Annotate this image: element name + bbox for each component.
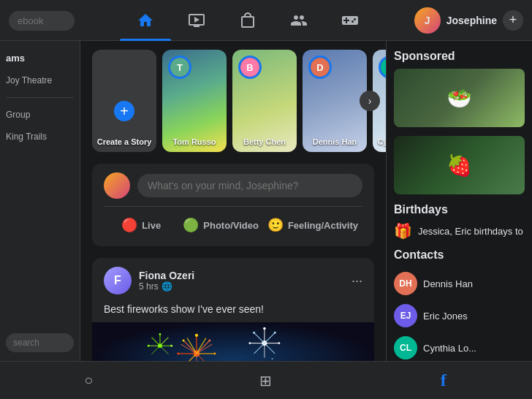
contact-item-cynthia[interactable]: CL Cynthia Lo... (394, 332, 525, 361)
birthday-text: Jessica, Eric birthdays to (418, 226, 523, 237)
contacts-title: Contacts (394, 248, 525, 262)
sidebar-title: ams (6, 50, 74, 66)
svg-point-44 (148, 345, 150, 347)
contact-name-dennis: Dennis Han (423, 278, 473, 289)
search-icon: ○ (84, 372, 93, 389)
create-story-plus-icon: + (114, 101, 134, 121)
live-icon: 🔴 (121, 217, 137, 233)
contact-item-eric[interactable]: EJ Eric Jones (394, 300, 525, 332)
svg-point-43 (170, 345, 172, 347)
post-more-button[interactable]: ··· (352, 273, 362, 289)
left-sidebar: ams Joy Theatre Group King Trails (0, 41, 80, 361)
menu-icon: ⊞ (259, 372, 272, 390)
story-card-betty[interactable]: B Betty Chen (232, 50, 297, 152)
sidebar-divider (6, 97, 74, 98)
fireworks-svg (92, 322, 374, 361)
contacts-section: Contacts DH Dennis Han EJ Eric Jones CL … (394, 248, 525, 361)
avatar[interactable]: J (414, 7, 441, 34)
birthday-gift-icon: 🎁 (394, 222, 412, 240)
bottom-tab-search[interactable]: ○ (66, 362, 110, 399)
birthday-item: 🎁 Jessica, Eric birthdays to (394, 222, 525, 240)
sidebar-item-group[interactable]: Group (6, 107, 74, 123)
story-name-cynthia: Cynthia Lopez (373, 137, 386, 146)
contact-name-cynthia: Cynthia Lo... (423, 343, 476, 354)
tab-watch[interactable] (171, 0, 222, 41)
bottom-tab-facebook[interactable]: f (422, 362, 466, 399)
tab-marketplace[interactable] (222, 0, 273, 41)
story-card-dennis[interactable]: D Dennis Han (303, 50, 367, 152)
post-image-fireworks (92, 322, 374, 361)
sidebar-item-king-trails[interactable]: King Trails (6, 129, 74, 145)
bottom-tab-menu[interactable]: ⊞ (244, 362, 288, 399)
tab-gaming[interactable] (324, 0, 376, 41)
feeling-icon: 🙂 (267, 217, 284, 233)
svg-point-15 (195, 334, 198, 337)
nav-tabs (120, 0, 376, 41)
live-label: Live (142, 220, 161, 231)
svg-point-33 (253, 332, 255, 334)
feeling-label: Feeling/Activity (288, 220, 358, 231)
facebook-icon: f (441, 370, 446, 390)
birthdays-title: Birthdays (394, 203, 525, 216)
story-name-betty: Betty Chen (232, 137, 297, 146)
svg-point-30 (274, 332, 276, 334)
bottom-bar: ○ ⊞ f (0, 361, 532, 399)
svg-point-31 (278, 342, 280, 344)
center-feed: + Create a Story T Tom Russo B Betty Che… (80, 41, 386, 361)
svg-rect-0 (92, 322, 374, 361)
tab-groups[interactable] (273, 0, 324, 41)
contact-item-dennis[interactable]: DH Dennis Han (394, 267, 525, 300)
photo-video-button[interactable]: 🟢 Photo/Video (178, 213, 263, 238)
svg-point-16 (208, 340, 210, 342)
sponsored-card-2[interactable]: 🍓 (394, 136, 525, 194)
stories-next-button[interactable]: › (360, 91, 380, 111)
post-box-input[interactable] (137, 174, 362, 197)
svg-point-17 (214, 352, 216, 354)
story-card-tom[interactable]: T Tom Russo (162, 50, 227, 152)
stories-row: + Create a Story T Tom Russo B Betty Che… (92, 50, 374, 152)
post-header: F Fiona Ozeri 5 hrs 🌐 ··· (92, 258, 374, 303)
post-privacy-icon: 🌐 (162, 281, 172, 292)
post-box-top (104, 172, 362, 199)
search-input[interactable] (9, 11, 75, 31)
svg-point-42 (159, 333, 162, 335)
svg-point-29 (263, 327, 266, 330)
sponsored-card-1[interactable]: 🥗 (394, 69, 525, 127)
sponsored-title: Sponsored (394, 50, 525, 63)
right-sidebar: Sponsored 🥗 🍓 Birthdays 🎁 Jessica, Eric … (386, 41, 532, 361)
post-box-avatar (104, 172, 130, 199)
post-box-actions: 🔴 Live 🟢 Photo/Video 🙂 Feeling/Activity (104, 206, 362, 238)
post-author-info: Fiona Ozeri 5 hrs 🌐 (139, 270, 194, 292)
story-avatar-tom: T (168, 56, 191, 79)
story-avatar-cynthia: C (379, 56, 386, 79)
post-author-avatar: F (104, 267, 132, 294)
svg-point-19 (183, 340, 185, 342)
create-story-card[interactable]: + Create a Story (92, 50, 156, 152)
post-card-fiona: F Fiona Ozeri 5 hrs 🌐 ··· Best fireworks… (92, 258, 374, 361)
sponsored-image-2: 🍓 (394, 136, 525, 194)
post-creation-box: 🔴 Live 🟢 Photo/Video 🙂 Feeling/Activity (92, 164, 374, 246)
sidebar-search-input[interactable] (6, 333, 74, 352)
contact-avatar-eric: EJ (394, 304, 417, 327)
add-button[interactable]: + (503, 10, 523, 31)
svg-point-49 (272, 358, 273, 360)
tab-home[interactable] (120, 0, 171, 41)
create-story-label: Create a Story (92, 137, 156, 146)
contact-name-eric: Eric Jones (423, 311, 468, 322)
post-meta: 5 hrs 🌐 (139, 281, 194, 292)
nav-logo-search (9, 10, 82, 31)
birthday-section: Birthdays 🎁 Jessica, Eric birthdays to (394, 203, 525, 240)
feeling-button[interactable]: 🙂 Feeling/Activity (263, 213, 362, 238)
post-time: 5 hrs (139, 281, 159, 292)
contact-avatar-cynthia: CL (394, 336, 417, 360)
photo-icon: 🟢 (183, 217, 199, 233)
story-name-dennis: Dennis Han (303, 137, 367, 146)
top-navigation: J Josephine + (0, 0, 532, 41)
contact-avatar-dennis: DH (394, 272, 417, 295)
svg-point-18 (178, 352, 180, 354)
live-button[interactable]: 🔴 Live (104, 213, 178, 238)
main-layout: ams Joy Theatre Group King Trails + Crea… (0, 41, 532, 361)
sidebar-item-joy-theatre[interactable]: Joy Theatre (6, 72, 74, 88)
nav-right: J Josephine + (414, 7, 523, 34)
story-name-tom: Tom Russo (162, 137, 227, 146)
